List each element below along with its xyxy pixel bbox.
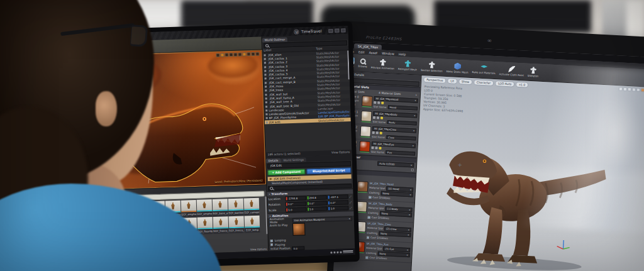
asset-tile[interactable]: EGY_amphora_grande_lid	[181, 200, 197, 218]
toolbar-button[interactable]: Browse	[358, 58, 367, 69]
toolbar-button[interactable]: Preview Animation	[371, 58, 395, 70]
asset-tile[interactable]: EGY_fresco_base	[213, 216, 229, 234]
toolbar-button[interactable]: Reimport Mesh	[398, 60, 418, 72]
select-tool-icon[interactable]	[216, 53, 219, 57]
section-thumbnail[interactable]	[357, 181, 369, 192]
viewport-toolbar-button[interactable]: Perspective	[423, 77, 446, 84]
toolbar-button[interactable]: Section Selection	[421, 61, 443, 73]
viewport-toolbar-button[interactable]: x1.0	[516, 82, 528, 88]
viewport-toolbar-button[interactable]: Show	[458, 79, 473, 85]
add-slot-button[interactable]: ＋	[414, 93, 418, 96]
viewport-toolbar-button[interactable]: Lit	[447, 78, 457, 84]
trex-preview-model[interactable]	[424, 116, 613, 271]
tray-icon[interactable]	[333, 251, 335, 253]
viewport-toolbar-button[interactable]: LOD Auto	[495, 80, 515, 87]
y-field[interactable]: 1.0	[307, 206, 328, 211]
menu-item[interactable]: Asset	[369, 50, 377, 55]
browse-icon[interactable]	[376, 131, 379, 134]
view-options-button[interactable]: View Options	[250, 247, 267, 251]
close-icon[interactable]	[341, 28, 345, 32]
scale-tool-icon[interactable]	[229, 53, 233, 57]
lock-icon[interactable]: ⤢	[349, 195, 352, 198]
z-field[interactable]: -417.1	[328, 194, 348, 199]
z-field[interactable]: 1.0	[328, 206, 348, 211]
world-outliner-tab[interactable]: World Outliner	[262, 37, 288, 42]
rotate-tool-icon[interactable]	[225, 53, 228, 57]
material-thumbnail[interactable]	[359, 141, 370, 152]
y-field[interactable]: 0.0°	[307, 201, 328, 206]
toolbar-button[interactable]: Make Static Mesh	[446, 62, 469, 74]
menu-item[interactable]: Edit	[358, 50, 365, 53]
use-selected-icon[interactable]	[373, 116, 375, 119]
grid-snap-icon[interactable]	[641, 88, 644, 92]
animation-thumbnail[interactable]	[292, 223, 306, 236]
tray-icon[interactable]	[336, 251, 338, 253]
slot-name-field[interactable]: Claw	[386, 135, 416, 140]
world-local-icon[interactable]	[233, 53, 237, 57]
toolbar-button[interactable]: Skeleton	[528, 67, 539, 78]
cast-shadows-checkbox[interactable]	[367, 236, 369, 238]
reset-icon[interactable]	[380, 117, 383, 119]
select-tool-icon[interactable]	[619, 87, 623, 91]
asset-tile[interactable]: EGY_fresco_wall	[229, 216, 245, 234]
use-selected-icon[interactable]	[372, 131, 375, 134]
use-selected-icon[interactable]	[371, 147, 374, 149]
add-component-button[interactable]: + Add Component	[267, 169, 305, 175]
maximize-viewport-icon[interactable]	[255, 52, 259, 56]
camera-speed-icon[interactable]	[251, 52, 255, 56]
cast-shadows-checkbox[interactable]	[368, 216, 370, 218]
asset-tile[interactable]: EGY_base_animal	[213, 199, 228, 216]
move-tool-icon[interactable]	[623, 87, 627, 91]
asset-tile[interactable]: EGY_canopo_amphora	[244, 198, 260, 216]
browse-icon[interactable]	[377, 101, 380, 104]
slot-name-field[interactable]: Body	[387, 120, 416, 125]
material-thumbnail[interactable]	[361, 111, 372, 122]
lock-icon[interactable]: ⤢	[349, 206, 352, 209]
world-local-icon[interactable]	[636, 88, 640, 92]
maximize-icon[interactable]	[335, 28, 339, 32]
scrollbar[interactable]	[347, 50, 349, 79]
viewport-toolbar-button[interactable]: Character	[474, 79, 494, 86]
y-field[interactable]: 294.8	[306, 195, 327, 200]
rotation-snap-icon[interactable]	[242, 52, 246, 56]
toolbar-button[interactable]: Bake out Materials	[472, 65, 496, 75]
reset-icon[interactable]	[381, 102, 384, 104]
custom-checkbox[interactable]	[411, 169, 414, 171]
browse-icon[interactable]	[377, 116, 379, 119]
tray-icon[interactable]	[330, 252, 332, 253]
material-thumbnail[interactable]	[362, 96, 373, 107]
lock-icon[interactable]: ⤢	[349, 201, 352, 204]
menu-item[interactable]: Window	[382, 51, 394, 55]
browse-icon[interactable]	[375, 147, 377, 149]
x-field[interactable]: 0.0°	[286, 201, 306, 206]
tray-icon[interactable]	[340, 251, 341, 253]
z-field[interactable]: 0.0°	[328, 200, 348, 205]
asset-tile[interactable]: EGY_amphora_support	[197, 199, 213, 217]
playing-checkbox[interactable]	[270, 243, 273, 246]
menu-item[interactable]: Help	[399, 52, 406, 56]
asset-tile[interactable]: EGY_lamp	[245, 216, 260, 233]
x-field[interactable]: -1744.8	[286, 196, 306, 201]
minimize-icon[interactable]	[328, 28, 333, 32]
looping-checkbox[interactable]	[270, 240, 273, 242]
cast-shadows-checkbox[interactable]	[365, 256, 368, 258]
x-field[interactable]: 1.0	[286, 207, 306, 212]
blueprint-add-script-button[interactable]: Blueprint/Add Script	[306, 167, 352, 174]
slot-name-field[interactable]: Eye	[386, 150, 415, 155]
reset-icon[interactable]	[379, 147, 381, 149]
material-thumbnail[interactable]	[360, 126, 371, 137]
details-tab[interactable]: Details	[266, 158, 281, 163]
use-selected-icon[interactable]	[374, 101, 376, 104]
slot-name-field[interactable]: Head	[388, 105, 418, 110]
scale-snap-icon[interactable]	[247, 52, 250, 56]
toolbar-button[interactable]: Activate Cloth Paint	[499, 65, 525, 77]
grid-snap-icon[interactable]	[238, 53, 242, 57]
world-settings-tab[interactable]: World Settings	[280, 157, 306, 162]
view-options-button[interactable]: View Options	[331, 150, 350, 154]
preview-viewport[interactable]: PerspectiveLitShowCharacterLOD Autox1.0	[411, 75, 644, 271]
reset-icon[interactable]	[380, 132, 382, 135]
scale-tool-icon[interactable]	[632, 87, 636, 91]
asset-tile[interactable]: EGY_basilea	[228, 199, 244, 216]
cast-shadows-checkbox[interactable]	[369, 196, 371, 198]
move-tool-icon[interactable]	[220, 53, 224, 57]
